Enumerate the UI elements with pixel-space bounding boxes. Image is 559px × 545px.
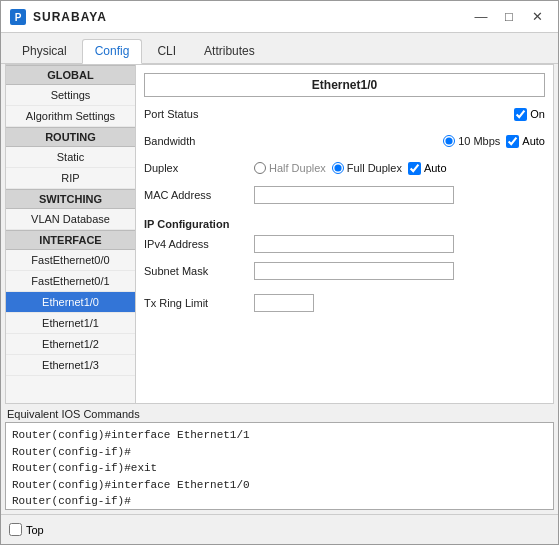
mac-address-input[interactable]: 000D.BD55.6B01 bbox=[254, 186, 454, 204]
sidebar-item-vlan-database[interactable]: VLAN Database bbox=[6, 209, 135, 230]
ios-line-0: Router(config)#interface Ethernet1/1 bbox=[12, 427, 547, 444]
ip-config-header: IP Configuration bbox=[144, 218, 545, 230]
mac-address-label: MAC Address bbox=[144, 189, 254, 201]
bandwidth-label: Bandwidth bbox=[144, 135, 254, 147]
full-duplex-label: Full Duplex bbox=[347, 162, 402, 174]
main-window: P SURABAYA — □ ✕ Physical Config CLI Att… bbox=[0, 0, 559, 545]
duplex-label: Duplex bbox=[144, 162, 254, 174]
window-title: SURABAYA bbox=[33, 10, 468, 24]
ios-line-2: Router(config-if)#exit bbox=[12, 460, 547, 477]
window-controls: — □ ✕ bbox=[468, 6, 550, 28]
mac-address-row: MAC Address 000D.BD55.6B01 bbox=[144, 184, 545, 206]
subnet-label: Subnet Mask bbox=[144, 265, 254, 277]
top-checkbox-wrapper: Top bbox=[9, 523, 44, 536]
sidebar-item-fastethernet0-1[interactable]: FastEthernet0/1 bbox=[6, 271, 135, 292]
full-duplex-wrapper: Full Duplex bbox=[332, 162, 402, 174]
half-duplex-radio[interactable] bbox=[254, 162, 266, 174]
sidebar-item-rip[interactable]: RIP bbox=[6, 168, 135, 189]
bandwidth-value: 10 Mbps bbox=[458, 135, 500, 147]
tx-ring-row: Tx Ring Limit 10 bbox=[144, 292, 545, 314]
app-logo-icon: P bbox=[9, 8, 27, 26]
port-status-row: Port Status On bbox=[144, 103, 545, 125]
half-duplex-label: Half Duplex bbox=[269, 162, 326, 174]
maximize-button[interactable]: □ bbox=[496, 6, 522, 28]
tabs-bar: Physical Config CLI Attributes bbox=[1, 33, 558, 64]
duplex-auto-checkbox[interactable] bbox=[408, 162, 421, 175]
ios-commands-label: Equivalent IOS Commands bbox=[5, 408, 554, 420]
duplex-auto-label: Auto bbox=[424, 162, 447, 174]
top-label: Top bbox=[26, 524, 44, 536]
ios-line-3: Router(config)#interface Ethernet1/0 bbox=[12, 477, 547, 494]
sidebar-section-switching: SWITCHING bbox=[6, 189, 135, 209]
tx-ring-controls: 10 bbox=[254, 294, 545, 312]
ipv4-controls: 192.168.0.5 bbox=[254, 235, 545, 253]
duplex-row: Duplex Half Duplex Full Duplex Auto bbox=[144, 157, 545, 179]
bottom-area: Equivalent IOS Commands Router(config)#i… bbox=[1, 404, 558, 510]
port-status-checkbox[interactable] bbox=[514, 108, 527, 121]
half-duplex-wrapper: Half Duplex bbox=[254, 162, 326, 174]
sidebar-item-ethernet1-3[interactable]: Ethernet1/3 bbox=[6, 355, 135, 376]
panel-title: Ethernet1/0 bbox=[144, 73, 545, 97]
ios-line-4: Router(config-if)# bbox=[12, 493, 547, 510]
sidebar-item-fastethernet0-0[interactable]: FastEthernet0/0 bbox=[6, 250, 135, 271]
tx-ring-label: Tx Ring Limit bbox=[144, 297, 254, 309]
port-status-label: Port Status bbox=[144, 108, 254, 120]
ios-commands-content: Router(config)#interface Ethernet1/1 Rou… bbox=[12, 427, 547, 510]
footer-bar: Top bbox=[1, 514, 558, 544]
subnet-row: Subnet Mask 255.255.255.252 bbox=[144, 260, 545, 282]
sidebar-item-ethernet1-2[interactable]: Ethernet1/2 bbox=[6, 334, 135, 355]
sidebar-item-ethernet1-0[interactable]: Ethernet1/0 bbox=[6, 292, 135, 313]
top-checkbox[interactable] bbox=[9, 523, 22, 536]
sidebar-item-algorithm-settings[interactable]: Algorithm Settings bbox=[6, 106, 135, 127]
bandwidth-radio[interactable] bbox=[443, 135, 455, 147]
port-status-controls: On bbox=[254, 108, 545, 121]
mac-address-controls: 000D.BD55.6B01 bbox=[254, 186, 545, 204]
sidebar-item-ethernet1-1[interactable]: Ethernet1/1 bbox=[6, 313, 135, 334]
bandwidth-auto-wrapper: Auto bbox=[506, 135, 545, 148]
full-duplex-radio[interactable] bbox=[332, 162, 344, 174]
tab-cli[interactable]: CLI bbox=[144, 39, 189, 63]
ios-line-1: Router(config-if)# bbox=[12, 444, 547, 461]
ipv4-input[interactable]: 192.168.0.5 bbox=[254, 235, 454, 253]
svg-text:P: P bbox=[15, 12, 22, 23]
right-panel: Ethernet1/0 Port Status On Bandwidth bbox=[136, 65, 553, 403]
bandwidth-controls: 10 Mbps Auto bbox=[254, 135, 545, 148]
tx-ring-input[interactable]: 10 bbox=[254, 294, 314, 312]
port-status-checkbox-wrapper: On bbox=[514, 108, 545, 121]
sidebar-item-settings[interactable]: Settings bbox=[6, 85, 135, 106]
tab-physical[interactable]: Physical bbox=[9, 39, 80, 63]
minimize-button[interactable]: — bbox=[468, 6, 494, 28]
ios-commands-box: Router(config)#interface Ethernet1/1 Rou… bbox=[5, 422, 554, 510]
sidebar-section-interface: INTERFACE bbox=[6, 230, 135, 250]
subnet-input[interactable]: 255.255.255.252 bbox=[254, 262, 454, 280]
duplex-controls: Half Duplex Full Duplex Auto bbox=[254, 162, 545, 175]
bandwidth-auto-checkbox[interactable] bbox=[506, 135, 519, 148]
subnet-controls: 255.255.255.252 bbox=[254, 262, 545, 280]
sidebar: GLOBAL Settings Algorithm Settings ROUTI… bbox=[6, 65, 136, 403]
bandwidth-value-wrapper: 10 Mbps bbox=[443, 135, 500, 147]
ipv4-row: IPv4 Address 192.168.0.5 bbox=[144, 233, 545, 255]
sidebar-section-routing: ROUTING bbox=[6, 127, 135, 147]
tab-attributes[interactable]: Attributes bbox=[191, 39, 268, 63]
bandwidth-row: Bandwidth 10 Mbps Auto bbox=[144, 130, 545, 152]
title-bar: P SURABAYA — □ ✕ bbox=[1, 1, 558, 33]
tab-config[interactable]: Config bbox=[82, 39, 143, 64]
close-button[interactable]: ✕ bbox=[524, 6, 550, 28]
sidebar-item-static[interactable]: Static bbox=[6, 147, 135, 168]
main-content-area: GLOBAL Settings Algorithm Settings ROUTI… bbox=[5, 64, 554, 404]
ipv4-label: IPv4 Address bbox=[144, 238, 254, 250]
sidebar-section-global: GLOBAL bbox=[6, 65, 135, 85]
port-status-on-label: On bbox=[530, 108, 545, 120]
bandwidth-auto-label: Auto bbox=[522, 135, 545, 147]
duplex-auto-wrapper: Auto bbox=[408, 162, 447, 175]
